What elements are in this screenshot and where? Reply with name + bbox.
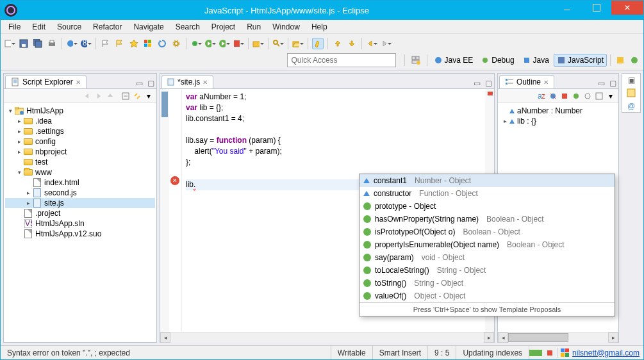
debug-button[interactable] — [190, 38, 202, 49]
collapse-outline-icon[interactable] — [594, 91, 604, 101]
run-button[interactable] — [204, 38, 216, 49]
assist-item[interactable]: constructor Function - Object — [359, 187, 615, 200]
quick-access-input[interactable] — [287, 53, 396, 67]
run-last-button[interactable] — [219, 38, 230, 49]
maximize-button[interactable] — [582, 1, 611, 15]
status-user[interactable]: nilsnett@gmail.com — [572, 348, 640, 357]
fwd-nav-icon[interactable] — [94, 91, 104, 101]
prev-annotation-button[interactable] — [332, 38, 343, 49]
close-icon[interactable]: ✕ — [76, 79, 81, 86]
menu-run[interactable]: Run — [242, 21, 266, 33]
minimize-editor-button[interactable]: ▭ — [472, 78, 482, 88]
gear-icon[interactable] — [170, 38, 182, 49]
tree-item[interactable]: ▾www — [5, 167, 155, 177]
save-button[interactable] — [18, 38, 29, 49]
assist-item[interactable]: prototype - Object — [359, 200, 615, 213]
assist-item[interactable]: constant1 Number - Object — [359, 174, 615, 187]
new-folder-button[interactable] — [252, 38, 264, 49]
menu-refactor[interactable]: Refactor — [88, 21, 127, 33]
tree-item[interactable]: ▸nbproject — [5, 147, 155, 157]
search-button[interactable] — [272, 38, 284, 49]
flag2-icon[interactable] — [114, 38, 126, 49]
menu-navigate[interactable]: Navigate — [128, 21, 169, 33]
highlight-button[interactable] — [312, 38, 324, 49]
minimize-button[interactable] — [552, 1, 582, 15]
hide-fields-icon[interactable] — [548, 91, 558, 101]
tree-item[interactable]: index.html — [5, 177, 155, 188]
perspective-javascript[interactable]: JavaScript — [554, 54, 607, 67]
perspective-javaee[interactable]: Java EE — [431, 54, 477, 67]
minimize-outline-button[interactable]: ▭ — [596, 78, 606, 88]
maximize-editor-button[interactable]: ▢ — [483, 78, 493, 88]
minimize-view-button[interactable]: ▭ — [134, 78, 144, 88]
tree-item[interactable]: VSHtmlJsApp.sln — [5, 218, 155, 229]
browser-button[interactable] — [66, 38, 78, 49]
maximize-view-button[interactable]: ▢ — [145, 78, 156, 88]
outline-menu-icon[interactable]: ▾ — [606, 91, 616, 101]
tree-item[interactable]: ▸.settings — [5, 126, 155, 136]
save-all-button[interactable] — [32, 38, 44, 49]
menu-help[interactable]: Help — [306, 21, 333, 33]
print-button[interactable] — [46, 38, 58, 49]
assist-item[interactable]: toLocaleString() String - Object — [359, 264, 615, 277]
explorer-tree[interactable]: ▾HtmlJsApp▸.idea▸.settings▸config▸nbproj… — [4, 103, 156, 342]
open-perspective-button[interactable] — [408, 54, 424, 67]
star-icon[interactable] — [128, 38, 140, 49]
win-icon[interactable] — [142, 38, 154, 49]
script-explorer-tab[interactable]: Script Explorer ✕ — [5, 75, 87, 88]
perspective-debug[interactable]: Debug — [477, 54, 517, 67]
editor-h-scrollbar[interactable]: ◂▸ — [160, 332, 494, 342]
progress-stop-icon[interactable] — [545, 348, 555, 358]
assist-item[interactable]: valueOf() Object - Object — [359, 290, 615, 302]
tree-item[interactable]: test — [5, 157, 155, 167]
view-menu-icon[interactable]: ▾ — [144, 91, 154, 101]
maximize-outline-button[interactable]: ▢ — [607, 78, 618, 88]
hide-nonpublic-icon[interactable] — [571, 91, 581, 101]
menu-edit[interactable]: Edit — [27, 21, 51, 33]
forward-button[interactable] — [380, 38, 392, 49]
assist-item[interactable]: toString() String - Object — [359, 277, 615, 290]
tree-item[interactable]: ▸second.js — [5, 188, 155, 198]
assist-item[interactable]: hasOwnProperty(String name) Boolean - Ob… — [359, 213, 615, 225]
outline-item[interactable]: ▸lib : {} — [500, 116, 616, 126]
close-button[interactable] — [611, 1, 643, 15]
menu-file[interactable]: File — [3, 21, 26, 33]
perspective-java[interactable]: Java — [519, 54, 552, 67]
ext-tools-button[interactable] — [233, 38, 244, 49]
tree-item[interactable]: ▸.idea — [5, 116, 155, 126]
back-button[interactable] — [366, 38, 377, 49]
menu-search[interactable]: Search — [170, 21, 205, 33]
outline-tab[interactable]: Outline ✕ — [499, 75, 554, 88]
assist-item[interactable]: isPrototypeOf(Object o) Boolean - Object — [359, 225, 615, 238]
close-icon[interactable]: ✕ — [202, 79, 208, 86]
outline-h-scrollbar[interactable]: ◂▸ — [498, 332, 618, 342]
tree-item[interactable]: ▸site.js — [5, 198, 155, 208]
next-annotation-button[interactable] — [346, 38, 358, 49]
snippets-icon[interactable] — [626, 88, 636, 98]
tree-item[interactable]: ▸config — [5, 136, 155, 147]
flag1-icon[interactable] — [100, 38, 111, 49]
outline-item[interactable]: aNumber : Number — [500, 106, 616, 116]
tree-item[interactable]: HtmlJsApp.v12.suo — [5, 229, 155, 239]
at-icon[interactable]: @ — [626, 101, 636, 111]
menu-source[interactable]: Source — [52, 21, 87, 33]
persp-extra2-icon[interactable] — [629, 54, 640, 66]
hide-local-icon[interactable] — [582, 91, 593, 101]
editor-tab-sitejs[interactable]: *site.js ✕ — [161, 75, 213, 88]
new-button[interactable] — [4, 38, 15, 49]
sort-icon[interactable]: az — [536, 91, 547, 101]
refresh-icon[interactable] — [156, 38, 168, 49]
link-editor-icon[interactable] — [132, 91, 142, 101]
close-icon[interactable]: ✕ — [543, 79, 549, 86]
back-nav-icon[interactable] — [82, 91, 92, 101]
up-nav-icon[interactable] — [105, 91, 115, 101]
menu-window[interactable]: Window — [267, 21, 305, 33]
tree-item[interactable]: .project — [5, 208, 155, 218]
persp-extra1-icon[interactable] — [615, 54, 626, 66]
menu-project[interactable]: Project — [206, 21, 240, 33]
collapse-all-icon[interactable] — [120, 91, 131, 101]
globe-button[interactable]: 8 — [80, 38, 92, 49]
hide-static-icon[interactable] — [559, 91, 570, 101]
tree-item[interactable]: ▾HtmlJsApp — [5, 106, 155, 116]
restore-view-button[interactable]: ▣ — [626, 75, 636, 85]
